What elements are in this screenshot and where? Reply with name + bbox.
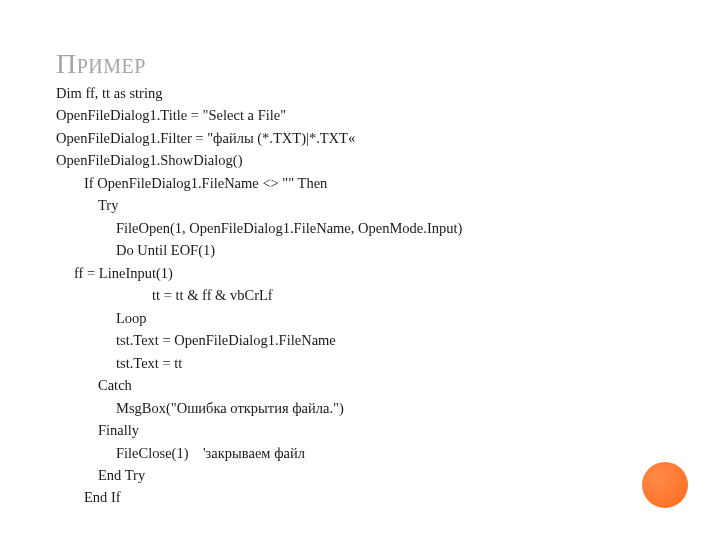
code-block: Dim ff, tt as string OpenFileDialog1.Tit…	[56, 82, 664, 509]
code-line: Catch	[56, 374, 664, 396]
code-line: Try	[56, 194, 664, 216]
code-line: Do Until EOF(1)	[56, 239, 664, 261]
slide-title: Пример	[56, 48, 664, 80]
code-line: ff = LineInput(1)	[56, 262, 664, 284]
code-line: Finally	[56, 419, 664, 441]
decorative-circle-icon	[642, 462, 688, 508]
code-line: End If	[56, 486, 664, 508]
code-line: Dim ff, tt as string	[56, 82, 664, 104]
code-line: End Try	[56, 464, 664, 486]
code-line: tst.Text = tt	[56, 352, 664, 374]
code-line: If OpenFileDialog1.FileName <> "" Then	[56, 172, 664, 194]
code-line: tst.Text = OpenFileDialog1.FileName	[56, 329, 664, 351]
code-line: FileOpen(1, OpenFileDialog1.FileName, Op…	[56, 217, 664, 239]
code-line: OpenFileDialog1.Filter = "файлы (*.TXT)|…	[56, 127, 664, 149]
code-line: OpenFileDialog1.Title = "Select a File"	[56, 104, 664, 126]
code-line: Loop	[56, 307, 664, 329]
slide: Пример Dim ff, tt as string OpenFileDial…	[0, 0, 720, 540]
code-line: OpenFileDialog1.ShowDialog()	[56, 149, 664, 171]
code-line: MsgBox("Ошибка открытия файла.")	[56, 397, 664, 419]
code-line: tt = tt & ff & vbCrLf	[56, 284, 664, 306]
code-line: FileClose(1) 'закрываем файл	[56, 442, 664, 464]
